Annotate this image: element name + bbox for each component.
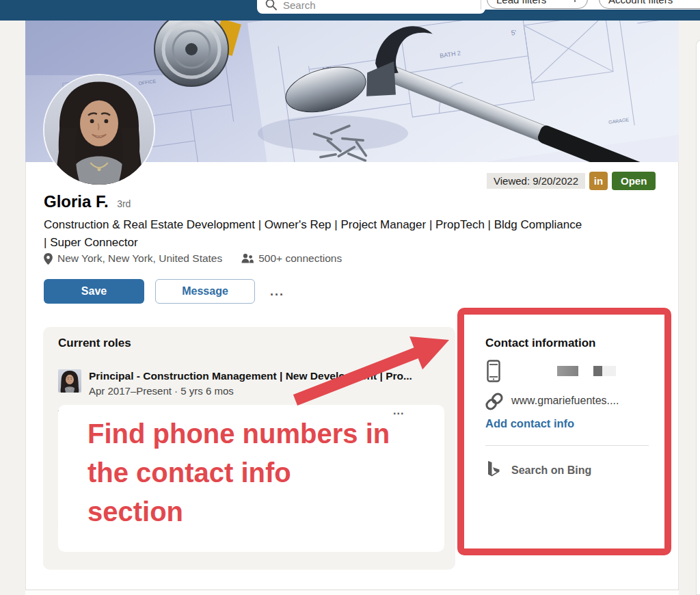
headline-line-1: Construction & Real Estate Development |… — [44, 216, 673, 234]
current-roles-title: Current roles — [58, 336, 131, 350]
profile-headline: Construction & Real Estate Development |… — [44, 216, 673, 252]
right-rail-card-edge — [696, 40, 700, 595]
plus-icon: + — [697, 0, 700, 6]
next-section-edge — [25, 590, 679, 595]
save-button[interactable]: Save — [44, 279, 144, 304]
account-filters-button[interactable]: Account filters + — [599, 0, 700, 9]
plus-icon: + — [571, 0, 578, 6]
nav-filters-area: Lead filters + Account filters + — [481, 0, 700, 10]
annotation-red-box — [457, 308, 671, 555]
lead-filters-label: Lead filters — [496, 0, 546, 5]
search-icon — [265, 0, 277, 10]
connections-icon — [241, 253, 254, 264]
search-input[interactable] — [283, 0, 454, 11]
connections-count[interactable]: 500+ connections — [258, 252, 342, 265]
location-pin-icon — [44, 253, 53, 265]
headline-line-2: | Super Connector — [44, 234, 673, 252]
name-row: Gloria F. 3rd — [44, 192, 131, 211]
profile-name: Gloria F. — [44, 192, 109, 211]
message-button[interactable]: Message — [155, 279, 255, 304]
role-avatar-art — [58, 369, 81, 393]
profile-photo[interactable] — [44, 75, 154, 185]
profile-photo-art — [44, 75, 154, 185]
profile-meta: New York, New York, United States 500+ c… — [44, 252, 342, 265]
lead-filters-button[interactable]: Lead filters + — [487, 0, 588, 9]
annotation-overlay-card: Find phone numbers in the contact info s… — [58, 405, 444, 552]
account-filters-label: Account filters — [608, 0, 673, 5]
connection-degree: 3rd — [117, 198, 131, 209]
linkedin-badge[interactable]: in — [589, 172, 608, 190]
badge-row: Viewed: 9/20/2022 in Open — [487, 172, 656, 190]
open-badge: Open — [612, 172, 656, 190]
global-search[interactable] — [257, 0, 485, 14]
annotation-text: Find phone numbers in the contact info s… — [88, 414, 392, 532]
profile-location: New York, New York, United States — [57, 252, 222, 265]
action-buttons: Save Message ... — [44, 279, 288, 304]
more-options-button[interactable]: ... — [266, 285, 288, 299]
role-avatar[interactable] — [58, 369, 81, 393]
annotation-arrow — [287, 321, 472, 417]
viewed-badge: Viewed: 9/20/2022 — [487, 173, 585, 189]
top-navbar: Lead filters + Account filters + — [0, 0, 700, 21]
